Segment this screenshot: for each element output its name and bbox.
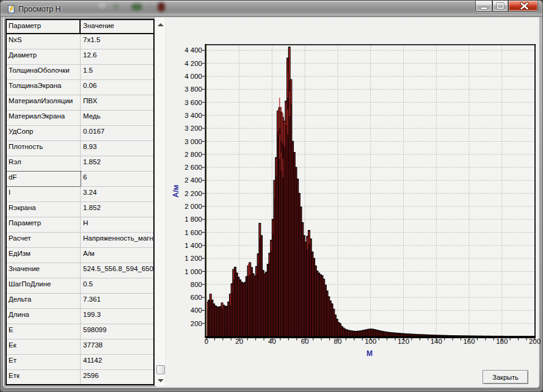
svg-text:2 000: 2 000 — [184, 203, 202, 210]
svg-text:4 200: 4 200 — [184, 60, 202, 67]
svg-text:0: 0 — [205, 338, 208, 345]
svg-text:А/м: А/м — [172, 184, 180, 197]
svg-text:1 800: 1 800 — [184, 216, 202, 223]
svg-text:800: 800 — [191, 281, 202, 288]
svg-text:2 200: 2 200 — [184, 190, 202, 197]
svg-text:140: 140 — [431, 338, 442, 345]
svg-text:1 600: 1 600 — [184, 229, 202, 236]
svg-text:60: 60 — [301, 338, 309, 345]
svg-text:М: М — [366, 349, 373, 358]
svg-text:3 400: 3 400 — [184, 112, 202, 119]
svg-text:160: 160 — [463, 338, 475, 345]
svg-text:1 400: 1 400 — [184, 242, 202, 249]
svg-text:180: 180 — [496, 338, 508, 345]
svg-text:20: 20 — [235, 338, 243, 345]
svg-text:400: 400 — [191, 307, 202, 314]
svg-text:3 800: 3 800 — [184, 85, 202, 93]
svg-text:2 400: 2 400 — [184, 176, 202, 184]
svg-text:2 800: 2 800 — [184, 151, 202, 158]
svg-text:4 000: 4 000 — [184, 73, 202, 80]
svg-text:200: 200 — [529, 338, 541, 345]
svg-text:80: 80 — [334, 338, 342, 345]
svg-text:100: 100 — [365, 338, 376, 345]
svg-text:3 200: 3 200 — [184, 125, 202, 132]
svg-text:3 600: 3 600 — [184, 99, 202, 106]
svg-text:1 200: 1 200 — [184, 255, 202, 262]
svg-text:120: 120 — [398, 338, 409, 345]
svg-text:40: 40 — [268, 338, 276, 345]
svg-text:4 400: 4 400 — [184, 46, 202, 54]
svg-text:3 000: 3 000 — [184, 138, 202, 145]
svg-text:1 000: 1 000 — [184, 268, 202, 275]
svg-text:200: 200 — [191, 320, 202, 327]
svg-text:2 600: 2 600 — [184, 164, 202, 171]
svg-text:600: 600 — [191, 294, 202, 301]
